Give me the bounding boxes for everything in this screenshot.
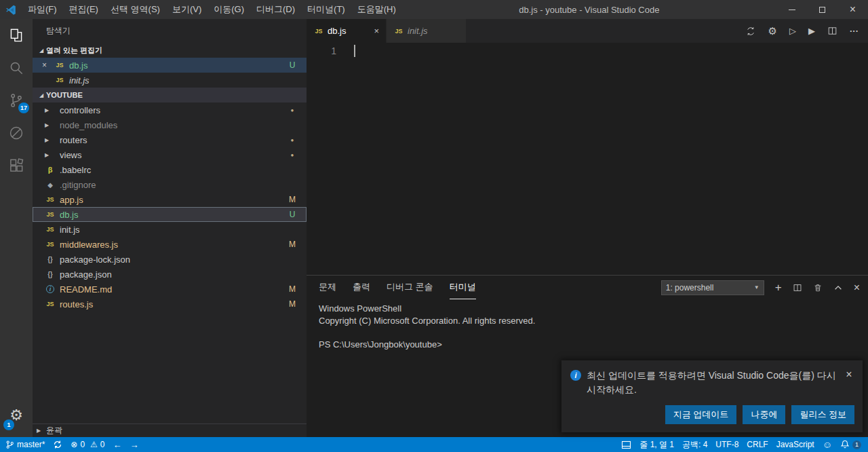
maximize-panel-button[interactable] [833,283,843,293]
tree-item-db.js[interactable]: JSdb.jsU [33,207,307,222]
file-name: routes.js [60,299,93,309]
close-panel-button[interactable]: × [854,282,860,294]
folder-name: views [60,150,82,160]
tree-item-app.js[interactable]: JSapp.jsM [33,192,307,207]
encoding-setting[interactable]: UTF-8 [711,437,743,452]
cursor-position[interactable]: 줄 1, 열 1 [635,437,678,452]
later-button[interactable]: 나중에 [743,405,785,424]
gear-icon[interactable]: ⚙ [768,25,777,37]
tree-item-node_modules[interactable]: ▶node_modules [33,117,307,132]
tree-item-routers[interactable]: ▶routers● [33,132,307,147]
tab-bar: JSdb.js×JSinit.js ⚙ ▷ ▶ ··· [307,19,868,43]
bell-icon [840,440,850,449]
tree-item-README.md[interactable]: iREADME.mdM [33,282,307,297]
sync-icon[interactable] [745,26,756,37]
js-file-icon: JS [45,241,56,248]
search-icon [7,59,25,77]
editor-cursor [354,45,355,57]
babel-file-icon: β [45,166,56,174]
tab-db.js[interactable]: JSdb.js× [307,19,387,43]
js-file-icon: JS [45,301,56,307]
tree-item-views[interactable]: ▶views● [33,147,307,162]
menu-file[interactable]: 파일(F) [22,0,63,19]
activity-explorer[interactable] [0,19,33,52]
tree-item-.gitignore[interactable]: ◆.gitignore [33,177,307,192]
maximize-button[interactable] [807,0,837,19]
problems-indicator[interactable]: ⊗ 0 ⚠ 0 [66,437,108,452]
menu-edit[interactable]: 편집(E) [63,0,104,19]
panel-tab-debug-console[interactable]: 디버그 콘솔 [387,276,433,299]
activity-bar: 17 ⚙ 1 [0,19,33,437]
settings-gear-button[interactable]: ⚙ 1 [0,400,33,430]
activity-debug[interactable] [0,117,33,149]
activity-extensions[interactable] [0,149,33,182]
activity-search[interactable] [0,52,33,84]
open-editor-item[interactable]: JSinit.js [33,73,307,88]
js-file-icon: JS [45,226,56,233]
nav-back-button[interactable]: ← [109,437,126,452]
workspace-header[interactable]: ◢ YOUTUBE [33,88,307,102]
kill-terminal-button[interactable] [813,283,823,293]
menu-view[interactable]: 보기(V) [166,0,208,19]
run-icon[interactable]: ▷ [789,26,796,36]
git-branch-indicator[interactable]: master* [0,437,49,452]
display-icon [621,440,631,449]
update-now-button[interactable]: 지금 업데이트 [665,405,737,424]
split-terminal-button[interactable] [793,283,802,293]
terminal-picker[interactable]: 1: powershell ▼ [661,280,764,295]
notifications-button[interactable]: 1 [836,437,868,452]
menu-debug[interactable]: 디버그(D) [250,0,301,19]
file-name: .gitignore [60,180,96,190]
tree-item-routes.js[interactable]: JSroutes.jsM [33,297,307,312]
file-name: README.md [60,284,112,295]
run-code-icon[interactable]: ▶ [808,26,815,36]
language-mode[interactable]: JavaScript [772,437,818,452]
eol-setting[interactable]: CRLF [743,437,772,452]
open-editor-item[interactable]: ×JSdb.jsU [33,58,307,73]
js-file-icon: JS [54,77,65,83]
indent-setting[interactable]: 공백: 4 [678,437,711,452]
menu-terminal[interactable]: 터미널(T) [301,0,351,19]
feedback-button[interactable]: ☺ [818,437,836,452]
modified-dot-badge: ● [288,107,297,113]
chevron-expanded-icon: ◢ [37,92,46,98]
warning-icon: ⚠ [90,440,98,449]
new-terminal-button[interactable]: + [775,281,782,295]
tree-item-controllers[interactable]: ▶controllers● [33,102,307,117]
release-notes-button[interactable]: 릴리스 정보 [791,405,854,424]
split-editor-icon[interactable] [827,26,837,36]
close-icon[interactable]: × [372,26,380,36]
more-actions-icon[interactable]: ··· [850,26,859,36]
tree-item-package.json[interactable]: {}package.json [33,267,307,282]
editor-actions: ⚙ ▷ ▶ ··· [745,19,868,43]
tree-item-middlewares.js[interactable]: JSmiddlewares.jsM [33,237,307,252]
nav-forward-button[interactable]: → [126,437,143,452]
menu-go[interactable]: 이동(G) [208,0,250,19]
menu-help[interactable]: 도움말(H) [351,0,402,19]
terminal-line: PS C:\Users\Jongbok\youtube> [319,339,868,351]
git-status-badge: M [288,284,297,294]
sync-status-button[interactable] [49,437,66,452]
close-window-button[interactable]: × [837,0,868,19]
branch-icon [5,440,14,449]
tab-init.js[interactable]: JSinit.js [387,19,467,43]
close-icon[interactable]: × [42,60,54,70]
title-bar: 파일(F)편집(E)선택 영역(S)보기(V)이동(G)디버그(D)터미널(T)… [0,0,868,19]
js-file-icon: JS [45,211,56,218]
panel-tab-output[interactable]: 출력 [353,276,370,299]
tree-item-init.js[interactable]: JSinit.js [33,222,307,237]
panel-tab-problems[interactable]: 문제 [319,276,336,299]
activity-source-control[interactable]: 17 [0,84,33,117]
error-icon: ⊗ [71,440,77,449]
smiley-icon: ☺ [823,439,832,450]
open-editors-header[interactable]: ◢ 열려 있는 편집기 [33,43,307,58]
panel-tab-terminal[interactable]: 터미널 [450,276,476,299]
minimize-button[interactable] [776,0,807,19]
display-indicator[interactable] [617,437,635,452]
tree-item-.babelrc[interactable]: β.babelrc [33,162,307,177]
menu-selection[interactable]: 선택 영역(S) [104,0,166,19]
outline-header[interactable]: ▶ 윤곽 [33,423,307,437]
tree-item-package-lock.json[interactable]: {}package-lock.json [33,252,307,267]
notification-close-button[interactable]: × [844,369,854,381]
code-editor[interactable]: 1 [307,43,868,275]
